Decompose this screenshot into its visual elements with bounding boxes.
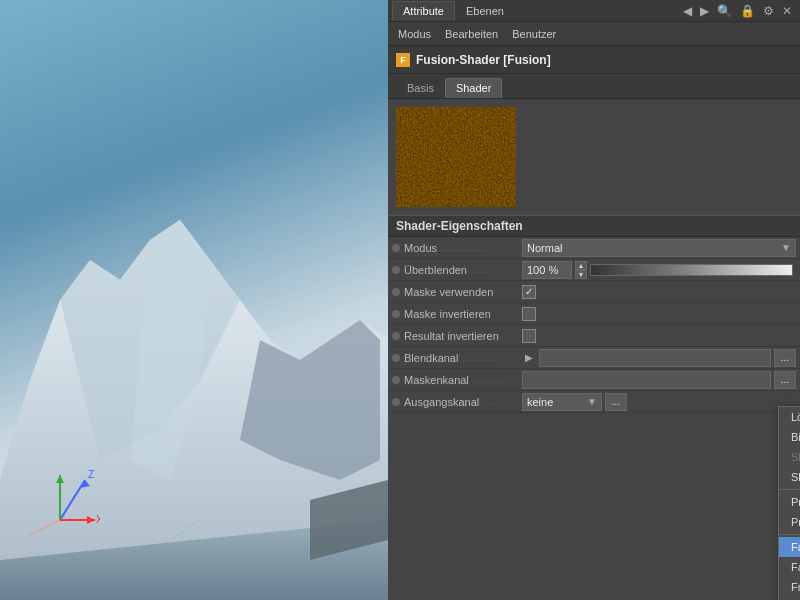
prop-dots-maskenkanal: ......... — [473, 374, 507, 385]
search-icon[interactable]: 🔍 — [713, 4, 736, 18]
svg-line-11 — [30, 520, 60, 535]
svg-marker-7 — [87, 516, 95, 524]
maskenkanal-btn[interactable]: ... — [774, 371, 796, 389]
prop-control-blendkanal: ▶ ... — [522, 349, 796, 367]
prop-control-resultat-invertieren — [522, 329, 796, 343]
sub-tab-shader[interactable]: Shader — [445, 78, 502, 98]
prop-row-maske-verwenden: Maske verwenden ✓ — [388, 281, 800, 303]
main-tab-bar: Attribute Ebenen ◀ ▶ 🔍 🔒 ⚙ ✕ — [388, 0, 800, 22]
maskenkanal-input[interactable] — [522, 371, 771, 389]
prop-label-text-maskenkanal: Maskenkanal — [404, 374, 469, 386]
prop-control-maskenkanal: ... — [522, 371, 796, 389]
prop-label-maskenkanal: Maskenkanal ......... — [392, 374, 522, 386]
menu-item-bild-laden-label: Bild laden... — [791, 431, 800, 443]
svg-marker-10 — [56, 475, 64, 483]
svg-text:X: X — [96, 514, 100, 525]
prop-dots-ausgangskanal: ... — [483, 396, 494, 407]
tab-ebenen[interactable]: Ebenen — [455, 1, 515, 21]
ausgangskanal-dropdown[interactable]: keine ▼ — [522, 393, 602, 411]
menu-item-preset-speichern[interactable]: Preset speichern... — [779, 512, 800, 532]
settings-icon[interactable]: ⚙ — [759, 4, 778, 18]
prop-label-text-resultat-invertieren: Resultat invertieren — [404, 330, 499, 342]
shader-preview-svg — [396, 107, 516, 207]
spinner-down[interactable]: ▼ — [575, 270, 587, 279]
menu-item-shader-kopieren-label: Shader/Bild kopieren — [791, 451, 800, 463]
nav-back-icon[interactable]: ◀ — [679, 4, 696, 18]
prop-label-ueberblenden: Überblenden ...... — [392, 264, 522, 276]
toolbar-benutzer[interactable]: Benutzer — [508, 26, 560, 42]
modus-dropdown[interactable]: Normal ▼ — [522, 239, 796, 257]
menu-item-shader-einfuegen[interactable]: Shader/Bild einfügen — [779, 467, 800, 487]
menu-item-bild-laden[interactable]: Bild laden... — [779, 427, 800, 447]
resultat-invertieren-checkbox[interactable] — [522, 329, 536, 343]
prop-dots-modus: ............ — [441, 242, 486, 253]
prop-label-text-modus: Modus — [404, 242, 437, 254]
prop-control-ausgangskanal: keine ▼ ... — [522, 393, 796, 411]
panel-toolbar: Modus Bearbeiten Benutzer — [388, 22, 800, 46]
prop-row-blendkanal: Blendkanal ......... ▶ ... — [388, 347, 800, 369]
menu-item-farbverlauf-label: Farbverlauf — [791, 561, 800, 573]
ausgangskanal-value: keine — [527, 396, 553, 408]
prop-label-text-ausgangskanal: Ausgangskanal — [404, 396, 479, 408]
ueberblenden-color-bar — [590, 264, 793, 276]
modus-arrow-icon: ▼ — [781, 242, 791, 253]
toolbar-bearbeiten[interactable]: Bearbeiten — [441, 26, 502, 42]
nav-forward-icon[interactable]: ▶ — [696, 4, 713, 18]
3d-viewport[interactable]: Z X — [0, 0, 388, 600]
prop-control-ueberblenden: 100 % ▲ ▼ — [522, 261, 796, 279]
prop-dot-ueberblenden — [392, 266, 400, 274]
prop-dots-blendkanal: ......... — [462, 352, 496, 363]
menu-item-preset-speichern-label: Preset speichern... — [791, 516, 800, 528]
menu-item-loeschen[interactable]: Löschen — [779, 407, 800, 427]
prop-dots-ueberblenden: ...... — [471, 264, 494, 275]
prop-dot-resultat-invertieren — [392, 332, 400, 340]
properties-panel: Attribute Ebenen ◀ ▶ 🔍 🔒 ⚙ ✕ Modus Bearb… — [388, 0, 800, 600]
svg-rect-14 — [396, 107, 516, 207]
ueberblenden-value[interactable]: 100 % — [522, 261, 572, 279]
prop-control-maske-invertieren — [522, 307, 796, 321]
prop-row-maskenkanal: Maskenkanal ......... ... — [388, 369, 800, 391]
prop-control-maske-verwenden: ✓ — [522, 285, 796, 299]
spinner-up[interactable]: ▲ — [575, 261, 587, 270]
sub-tab-basis[interactable]: Basis — [396, 78, 445, 98]
object-icon: F — [396, 53, 410, 67]
prop-dot-maske-verwenden — [392, 288, 400, 296]
menu-item-farbverlauf[interactable]: Farbverlauf — [779, 557, 800, 577]
prop-label-text-maske-invertieren: Maske invertieren — [404, 308, 491, 320]
menu-item-loeschen-label: Löschen — [791, 411, 800, 423]
prop-dot-modus — [392, 244, 400, 252]
prop-label-ausgangskanal: Ausgangskanal ... — [392, 396, 522, 408]
menu-separator-1 — [779, 489, 800, 490]
prop-label-text-maske-verwenden: Maske verwenden — [404, 286, 493, 298]
sub-tab-bar: Basis Shader — [388, 74, 800, 99]
prop-dot-maskenkanal — [392, 376, 400, 384]
ausgangskanal-btn[interactable]: ... — [605, 393, 627, 411]
ueberblenden-text: 100 % — [527, 264, 558, 276]
ueberblenden-spinner: ▲ ▼ — [575, 261, 587, 279]
maske-invertieren-checkbox[interactable] — [522, 307, 536, 321]
menu-item-preset-laden-label: Preset laden — [791, 496, 800, 508]
prop-control-modus: Normal ▼ — [522, 239, 796, 257]
prop-label-blendkanal: Blendkanal ......... — [392, 352, 522, 364]
menu-item-preset-laden[interactable]: Preset laden ▶ — [779, 492, 800, 512]
shader-props-header: Shader-Eigenschaften — [388, 215, 800, 237]
prop-dot-maske-invertieren — [392, 310, 400, 318]
menu-item-shader-einfuegen-label: Shader/Bild einfügen — [791, 471, 800, 483]
lock-icon[interactable]: 🔒 — [736, 4, 759, 18]
menu-item-fresnel-label: Fresnel — [791, 581, 800, 593]
blendkanal-input[interactable] — [539, 349, 771, 367]
prop-row-modus: Modus ............ Normal ▼ — [388, 237, 800, 259]
blendkanal-expand-icon[interactable]: ▶ — [522, 352, 536, 363]
menu-separator-2 — [779, 534, 800, 535]
maske-verwenden-checkbox[interactable]: ✓ — [522, 285, 536, 299]
prop-label-modus: Modus ............ — [392, 242, 522, 254]
prop-label-text-blendkanal: Blendkanal — [404, 352, 458, 364]
menu-item-farbe[interactable]: Farbe — [779, 537, 800, 557]
blendkanal-btn[interactable]: ... — [774, 349, 796, 367]
menu-item-fresnel[interactable]: Fresnel — [779, 577, 800, 597]
ausgangskanal-arrow-icon: ▼ — [587, 396, 597, 407]
toolbar-modus[interactable]: Modus — [394, 26, 435, 42]
tab-attribute[interactable]: Attribute — [392, 1, 455, 21]
svg-text:Z: Z — [88, 469, 94, 480]
close-icon[interactable]: ✕ — [778, 4, 796, 18]
